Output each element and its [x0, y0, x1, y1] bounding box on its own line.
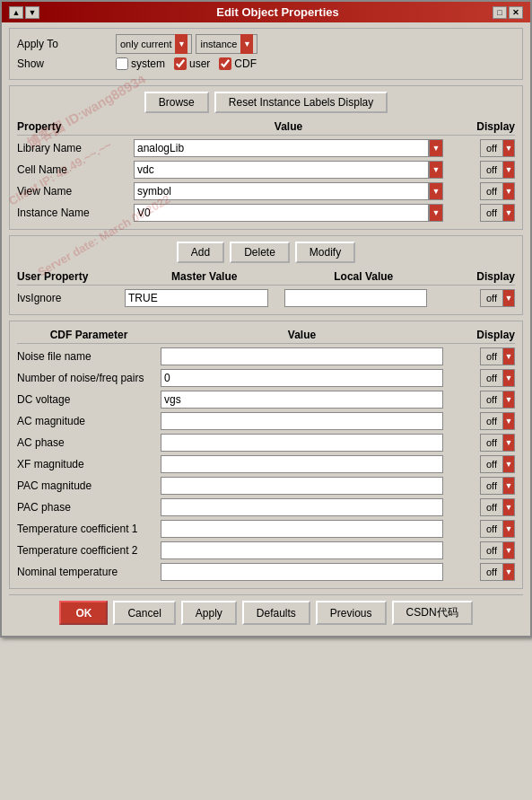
- view-display: off ▼: [443, 182, 515, 200]
- ok-button[interactable]: OK: [59, 601, 108, 625]
- nominal-temp-input[interactable]: [161, 563, 443, 581]
- delete-button[interactable]: Delete: [230, 242, 290, 263]
- library-name-input[interactable]: [134, 139, 429, 157]
- temp-coeff1-input[interactable]: [161, 520, 443, 538]
- cdf-xf-mag-value: [161, 455, 443, 473]
- library-dd-btn[interactable]: ▼: [429, 139, 443, 157]
- cdf-noise-pairs-value: [161, 369, 443, 387]
- cdf-temp-coeff1-display: off ▼: [443, 520, 515, 538]
- cdf-temp-coeff2-label: Temperature coefficient 2: [17, 544, 161, 557]
- header-value: Value: [134, 120, 443, 133]
- ac-magnitude-input[interactable]: [161, 412, 443, 430]
- prop-library-label: Library Name: [17, 142, 134, 154]
- up-header-display: Display: [443, 270, 515, 283]
- temp-coeff2-input[interactable]: [161, 541, 443, 559]
- pac-phase-input[interactable]: [161, 498, 443, 516]
- instance-dd-btn[interactable]: ▼: [429, 204, 443, 222]
- add-button[interactable]: Add: [177, 242, 224, 263]
- system-label: system: [131, 57, 165, 70]
- pac-phase-display-dd[interactable]: ▼: [502, 498, 515, 516]
- temp-coeff2-display-dd[interactable]: ▼: [502, 541, 515, 559]
- ivsignore-display-dd[interactable]: ▼: [502, 289, 515, 307]
- system-checkbox[interactable]: [116, 57, 128, 70]
- user-prop-table-header: User Property Master Value Local Value D…: [17, 268, 515, 286]
- show-user: user: [174, 57, 210, 70]
- user-label: user: [189, 57, 210, 70]
- xf-mag-display-dd[interactable]: ▼: [502, 455, 515, 473]
- cdf-ac-mag-value: [161, 412, 443, 430]
- next-button[interactable]: CSDN代码: [392, 601, 473, 625]
- cdf-nominal-temp-value: [161, 563, 443, 581]
- noise-file-input[interactable]: [161, 347, 443, 365]
- view-name-input[interactable]: [134, 182, 429, 200]
- defaults-button[interactable]: Defaults: [242, 601, 310, 625]
- cdf-pac-phase-label: PAC phase: [17, 501, 161, 514]
- nominal-temp-display-dd[interactable]: ▼: [502, 563, 515, 581]
- instance-name-input[interactable]: [134, 204, 429, 222]
- cdf-table-header: CDF Parameter Value Display: [17, 327, 515, 344]
- apply-to-dropdown1[interactable]: only current ▼: [116, 34, 192, 54]
- cdf-temp-coeff1-value: [161, 520, 443, 538]
- cdf-pac-phase-value: [161, 498, 443, 516]
- pac-magnitude-input[interactable]: [161, 477, 443, 495]
- ac-mag-display-dd[interactable]: ▼: [502, 412, 515, 430]
- pac-mag-display-dd[interactable]: ▼: [502, 477, 515, 495]
- view-display-text: off: [480, 182, 502, 200]
- cdf-dc-voltage-display: off ▼: [443, 391, 515, 409]
- table-row: XF magnitude off ▼: [17, 453, 515, 475]
- ac-phase-input[interactable]: [161, 434, 443, 452]
- xf-magnitude-input[interactable]: [161, 455, 443, 473]
- cdf-checkbox[interactable]: [219, 57, 231, 70]
- cdf-header-value: Value: [161, 329, 443, 341]
- library-display-dd[interactable]: ▼: [502, 139, 515, 157]
- table-row: Noise file name off ▼: [17, 346, 515, 367]
- cdf-xf-mag-label: XF magnitude: [17, 458, 161, 470]
- modify-button[interactable]: Modify: [295, 242, 355, 263]
- view-dd-btn[interactable]: ▼: [429, 182, 443, 200]
- cdf-xf-mag-display: off ▼: [443, 455, 515, 473]
- nav-down-btn[interactable]: ▼: [25, 6, 39, 19]
- ivsignore-master-input[interactable]: [125, 289, 268, 307]
- cell-dd-btn[interactable]: ▼: [429, 161, 443, 179]
- up-ivsignore-master: [125, 289, 284, 307]
- instance-display-dd[interactable]: ▼: [502, 204, 515, 222]
- prop-view-label: View Name: [17, 185, 134, 198]
- cdf-pac-mag-value: [161, 477, 443, 495]
- show-checkboxes: system user CDF: [116, 57, 257, 70]
- ivsignore-display-text: off: [480, 289, 502, 307]
- view-display-dd[interactable]: ▼: [502, 182, 515, 200]
- main-window: ▲ ▼ Edit Object Properties □ ✕ 博客园 ID:wa…: [0, 0, 532, 637]
- ac-phase-display-dd[interactable]: ▼: [502, 434, 515, 452]
- nav-up-btn[interactable]: ▲: [9, 6, 23, 19]
- previous-button[interactable]: Previous: [316, 601, 387, 625]
- browse-button[interactable]: Browse: [144, 92, 209, 113]
- temp-coeff1-display-dd[interactable]: ▼: [502, 520, 515, 538]
- instance-display-text: off: [480, 204, 502, 222]
- apply-to-dropdown2[interactable]: instance ▼: [196, 34, 257, 54]
- prop-library-input-wrap: ▼: [134, 139, 443, 157]
- apply-to-arrow2[interactable]: ▼: [240, 34, 253, 54]
- reset-button[interactable]: Reset Instance Labels Display: [214, 92, 388, 113]
- apply-to-arrow1[interactable]: ▼: [175, 34, 188, 54]
- user-checkbox[interactable]: [174, 57, 187, 70]
- ivsignore-local-input[interactable]: [284, 289, 428, 307]
- minimize-btn[interactable]: □: [493, 6, 507, 19]
- cell-name-input[interactable]: [134, 161, 429, 179]
- prop-instance-input-wrap: ▼: [134, 204, 443, 222]
- noise-pairs-input[interactable]: [161, 369, 443, 387]
- show-label: Show: [17, 57, 116, 70]
- cdf-nominal-temp-label: Nominal temperature: [17, 566, 161, 578]
- apply-button[interactable]: Apply: [181, 601, 237, 625]
- table-row: AC phase off ▼: [17, 432, 515, 453]
- noise-pairs-display-dd[interactable]: ▼: [502, 369, 515, 387]
- dc-voltage-input[interactable]: [161, 391, 443, 409]
- cell-display-dd[interactable]: ▼: [502, 161, 515, 179]
- show-cdf: CDF: [219, 57, 257, 70]
- property-section: Browse Reset Instance Labels Display Pro…: [9, 85, 523, 230]
- cancel-button[interactable]: Cancel: [113, 601, 175, 625]
- noise-file-display-dd[interactable]: ▼: [502, 347, 515, 365]
- cdf-temp-coeff2-value: [161, 541, 443, 559]
- cdf-section: CDF Parameter Value Display Noise file n…: [9, 321, 523, 589]
- close-btn[interactable]: ✕: [509, 6, 523, 19]
- dc-voltage-display-dd[interactable]: ▼: [502, 391, 515, 409]
